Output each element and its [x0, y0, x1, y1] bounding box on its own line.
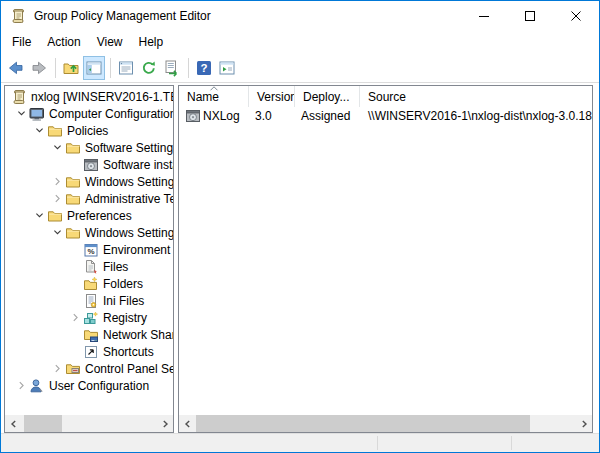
properties-button[interactable] [115, 56, 137, 80]
column-header-deploy[interactable]: Deploy... [295, 86, 360, 107]
menu-view[interactable]: View [89, 32, 131, 52]
tree-item-user-configuration[interactable]: User Configuration [5, 377, 173, 394]
svg-text:%: % [87, 247, 94, 256]
tree-item-computer-configuration[interactable]: Computer Configuration [5, 105, 173, 122]
tree-item-ini-files[interactable]: Ini Files [5, 292, 173, 309]
tree-item-files[interactable]: Files [5, 258, 173, 275]
close-glyph-icon [571, 11, 581, 21]
tree-item-folders[interactable]: Folders [5, 275, 173, 292]
tree-item-policies[interactable]: Policies [5, 122, 173, 139]
tree-item-label: Preferences [67, 209, 134, 223]
tree-item-label: Ini Files [103, 294, 146, 308]
menu-help[interactable]: Help [131, 32, 172, 52]
column-header-name[interactable]: Name [179, 86, 249, 107]
tree-item-label: Network Shares [103, 328, 173, 342]
chevron-expanded-icon[interactable] [31, 123, 47, 139]
chevron-collapsed-icon[interactable] [13, 378, 29, 394]
software-install-icon [185, 108, 201, 124]
maximize-button[interactable] [507, 1, 553, 30]
tree-item-software-installation[interactable]: Software installation [5, 156, 173, 173]
tree-item-nxlog-winserv2016-1-test[interactable]: nxlog [WINSERV2016-1.TEST [5, 88, 173, 105]
tree-item-administrative-templates[interactable]: Administrative Templates [5, 190, 173, 207]
chevron-expanded-icon[interactable] [31, 208, 47, 224]
new-window-button[interactable] [216, 56, 238, 80]
chevron-spacer [67, 276, 83, 292]
forward-button[interactable] [28, 56, 50, 80]
table-row[interactable]: NXLog3.0Assigned\\WINSERV2016-1\nxlog-di… [179, 107, 592, 124]
chevron-left-icon [183, 419, 193, 429]
chevron-expanded-icon[interactable] [49, 140, 65, 156]
status-bar [1, 433, 599, 452]
show-console-tree-button[interactable] [83, 56, 105, 80]
scroll-left-button[interactable] [179, 415, 196, 432]
list-header: NameVersionDeploy...Source [179, 86, 592, 107]
column-label: Deploy... [303, 90, 349, 104]
tree-item-preferences[interactable]: Preferences [5, 207, 173, 224]
cell-version-text: 3.0 [255, 109, 272, 123]
scrollbar-track[interactable] [22, 415, 156, 432]
window-controls [461, 1, 599, 30]
chevron-expanded-icon[interactable] [13, 106, 29, 122]
scrollbar-track[interactable] [196, 415, 575, 432]
menu-file[interactable]: File [4, 32, 39, 52]
tree-item-label: Folders [103, 277, 145, 291]
menu-action[interactable]: Action [39, 32, 88, 52]
tree-item-label: User Configuration [49, 379, 151, 393]
tree-item-label: Windows Settings [85, 226, 173, 240]
tree-item-shortcuts[interactable]: Shortcuts [5, 343, 173, 360]
tree-item-label: Environment [103, 243, 172, 257]
up-one-level-button[interactable] [60, 56, 82, 80]
tree-item-label: Windows Settings [85, 175, 173, 189]
status-divider [377, 436, 378, 450]
column-label: Name [187, 90, 219, 104]
tree-item-control-panel-settings[interactable]: Control Panel Settings [5, 360, 173, 377]
network-shares-icon [83, 327, 99, 343]
close-button[interactable] [553, 1, 599, 30]
scroll-right-button[interactable] [575, 415, 592, 432]
environment-icon: % [83, 242, 99, 258]
shortcuts-icon [83, 344, 99, 360]
chevron-collapsed-icon[interactable] [49, 174, 65, 190]
chevron-spacer [67, 327, 83, 343]
console-tree: nxlog [WINSERV2016-1.TESTComputer Config… [5, 86, 173, 415]
cell-version: 3.0 [249, 109, 295, 123]
files-icon [83, 259, 99, 275]
back-button[interactable] [5, 56, 27, 80]
chevron-spacer [67, 157, 83, 173]
scrollbar-thumb[interactable] [24, 415, 62, 432]
tree-item-environment[interactable]: %Environment [5, 241, 173, 258]
tree-item-windows-settings[interactable]: Windows Settings [5, 173, 173, 190]
scrollbar-thumb[interactable] [196, 415, 530, 432]
tree-item-registry[interactable]: Registry [5, 309, 173, 326]
list-horizontal-scrollbar [179, 415, 592, 432]
tree-item-software-settings[interactable]: Software Settings [5, 139, 173, 156]
console-tree-icon [85, 59, 103, 77]
refresh-icon [140, 59, 158, 77]
toolbar: ? [1, 53, 599, 83]
maximize-glyph-icon [525, 11, 535, 21]
column-header-version[interactable]: Version [249, 86, 295, 107]
user-icon [29, 378, 45, 394]
refresh-button[interactable] [138, 56, 160, 80]
scroll-right-button[interactable] [156, 415, 173, 432]
chevron-collapsed-icon[interactable] [49, 191, 65, 207]
folder-icon [65, 140, 81, 156]
main-area: nxlog [WINSERV2016-1.TESTComputer Config… [1, 83, 599, 433]
window-title: Group Policy Management Editor [34, 9, 211, 23]
scroll-left-button[interactable] [5, 415, 22, 432]
export-list-button[interactable] [161, 56, 183, 80]
chevron-collapsed-icon[interactable] [49, 361, 65, 377]
tree-item-windows-settings[interactable]: Windows Settings [5, 224, 173, 241]
cell-deployment-text: Assigned [301, 109, 350, 123]
folder-icon [65, 174, 81, 190]
help-button[interactable]: ? [193, 56, 215, 80]
chevron-expanded-icon[interactable] [49, 225, 65, 241]
toolbar-separator [188, 58, 189, 78]
gpo-scroll-icon [10, 8, 26, 24]
chevron-collapsed-icon[interactable] [67, 310, 83, 326]
column-header-source[interactable]: Source [360, 86, 592, 107]
tree-item-label: Control Panel Settings [85, 362, 173, 376]
tree-item-network-shares[interactable]: Network Shares [5, 326, 173, 343]
minimize-button[interactable] [461, 1, 507, 30]
properties-icon [117, 59, 135, 77]
